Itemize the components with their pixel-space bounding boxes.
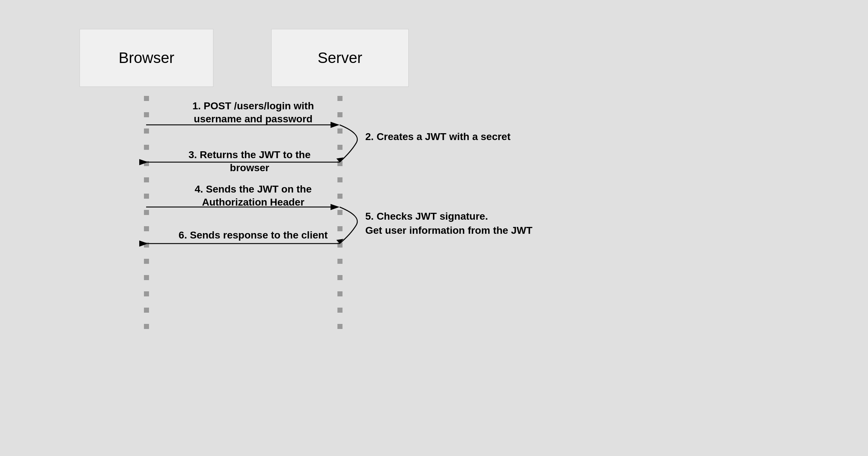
lifeline-dot xyxy=(144,112,149,117)
lifeline-dot xyxy=(144,259,149,264)
lifeline-dot xyxy=(337,194,342,199)
lifeline-dot xyxy=(144,96,149,101)
lifeline-dot xyxy=(337,145,342,150)
lifeline-dot xyxy=(337,226,342,231)
lifeline-dot xyxy=(337,242,342,248)
lifeline-dot xyxy=(337,177,342,182)
lifeline-dot xyxy=(337,210,342,215)
lifeline-dot xyxy=(144,242,149,248)
browser-label: Browser xyxy=(119,49,174,67)
server-label: Server xyxy=(318,49,362,67)
lifeline-dot xyxy=(144,177,149,182)
lifeline-dot xyxy=(337,324,342,329)
arrow6-label: 6. Sends response to the client xyxy=(177,229,329,242)
lifeline-dot xyxy=(144,194,149,199)
lifeline-dot xyxy=(337,161,342,166)
arrow4-label: 4. Sends the JWT on theAuthorization Hea… xyxy=(177,183,329,209)
lifeline-dot xyxy=(144,128,149,134)
lifeline-dot xyxy=(144,308,149,313)
diagram-container: Browser Server xyxy=(0,0,868,456)
note2: 2. Creates a JWT with a secret xyxy=(365,130,546,144)
lifeline-dot xyxy=(144,275,149,280)
lifeline-dot xyxy=(144,324,149,329)
lifeline-dot xyxy=(337,308,342,313)
lifeline-dot xyxy=(337,128,342,134)
lifeline-dot xyxy=(337,96,342,101)
lifeline-dot xyxy=(337,275,342,280)
lifeline-dot xyxy=(144,145,149,150)
browser-actor: Browser xyxy=(80,29,213,87)
lifeline-dot xyxy=(337,112,342,117)
lifeline-dot xyxy=(144,291,149,296)
note5: 5. Checks JWT signature.Get user informa… xyxy=(365,209,564,237)
arrow1-label: 1. POST /users/login withusername and pa… xyxy=(177,100,329,126)
lifeline-dot xyxy=(337,259,342,264)
lifeline-dot xyxy=(144,226,149,231)
lifeline-dot xyxy=(337,291,342,296)
lifeline-dot xyxy=(144,210,149,215)
arrow3-label: 3. Returns the JWT to the browser xyxy=(170,148,329,175)
server-actor: Server xyxy=(271,29,409,87)
lifeline-dot xyxy=(144,161,149,166)
